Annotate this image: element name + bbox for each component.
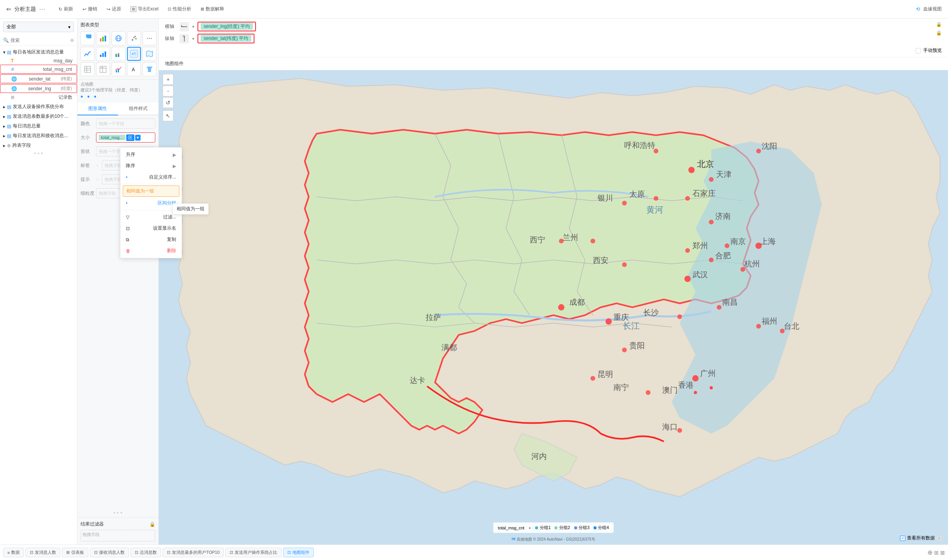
ctx-item-same-value-group[interactable]: 相同值为一组 [123,186,179,197]
axis-row-x: 横轴 ▾ sender_lng(经度) 平均 [165,22,930,31]
drag-handle[interactable]: • • • [0,150,77,156]
bottom-tab-total-msg[interactable]: ⊡ 总消息数 [131,548,161,557]
zoom-out-button[interactable]: - [163,86,173,96]
layout-icon-1[interactable]: ⊞ [934,550,939,556]
bottom-tab-data[interactable]: ≡ 数据 [3,548,24,557]
ctx-item-custom-sort[interactable]: • 自定义排序... [120,172,182,183]
middle-drag-handle[interactable]: • • • [77,508,158,517]
svg-text:兰州: 兰州 [563,233,578,242]
bottom-tab-senders[interactable]: ⊡ 发消息人数 [26,548,60,557]
svg-text:重庆: 重庆 [613,313,629,321]
chart-icon-combo[interactable] [112,62,125,76]
context-tooltip: 相同值为一组 [172,203,209,215]
tree-group-header-daily[interactable]: ▾ ▤ 每日各地区发送消息总量 [0,47,77,57]
add-icon[interactable]: ⊕ [70,38,74,43]
perf-analysis-button[interactable]: ⊡ 性能分析 [164,4,195,14]
redo-button[interactable]: ↪ 还原 [103,4,125,14]
y-axis-chip[interactable]: sender_lat(纬度) 平均 [198,34,254,43]
back-icon[interactable]: ⇐ [6,5,11,13]
add-tab-icon[interactable]: ⊕ [927,549,933,556]
filter-drop-zone[interactable]: 拖拽字段 [81,530,155,541]
svg-text:郑州: 郑州 [692,241,708,250]
tree-group-cross-field[interactable]: ▸ ⊕ 跨表字段 [0,141,77,150]
bottom-bar: ≡ 数据 ⊡ 发消息人数 ⊞ 仪表板 ⊡ 接收消息人数 ⊡ 总消息数 ⊡ 发消息… [0,545,948,560]
chart-icon-funnel[interactable] [143,62,156,76]
tree-child-sender-lat[interactable]: 🌐 sender_lat (纬度) [0,74,77,83]
results-filter: 结果过滤器 🔒 拖拽字段 [77,517,158,545]
more-icon[interactable]: ⋯ [39,5,45,13]
results-filter-label: 结果过滤器 [81,521,104,527]
tree-child-total-msg-cnt[interactable]: # total_msg_cnt [0,65,77,74]
reset-view-button[interactable]: ↺ [163,97,173,108]
search-icon: 🔍 [3,38,9,43]
search-input[interactable] [10,38,69,43]
bottom-tab-top10[interactable]: ⊡ 发消息最多的用户TOP10 [163,548,224,557]
chart-icon-more1[interactable] [143,31,156,45]
field-tabs: 图形属性 组件样式 [77,103,158,115]
tree-child-sender-lng[interactable]: 🌐 sender_lng (经度) [0,84,77,93]
legend-item-group4: 分组4 [593,525,609,531]
chart-icon-scatter[interactable] [127,31,141,45]
tree-group-daily-send-recv[interactable]: ▸ ▤ 每日发送消息和接收消息... [0,131,77,141]
tab-chart-properties[interactable]: 图形属性 [77,103,118,115]
svg-text:达卡: 达卡 [410,376,425,385]
svg-rect-26 [84,66,91,72]
bottom-tab-dashboard[interactable]: ⊞ 仪表板 [62,548,88,557]
tree-group-sender-device[interactable]: ▸ ▤ 发送人设备操作系统分布 [0,102,77,112]
export-excel-button[interactable]: ⊞ 导出Excel [127,4,162,14]
prop-value-color[interactable]: 拖拽一个字段 [96,119,155,129]
chart-icon-cross[interactable] [96,62,110,76]
chart-icon-stacked[interactable] [112,47,125,61]
chart-icon-line[interactable] [81,47,94,61]
bottom-tab-os[interactable]: ⊡ 发送用户操作系统占比 [225,548,282,557]
bottom-tab-map[interactable]: ⊡ 地图组件 [283,548,314,557]
ctx-item-copy[interactable]: ⧉ 复制 [120,234,182,245]
svg-text:南昌: 南昌 [722,298,738,306]
top-bar-right[interactable]: ⟲ 血缘视图 [916,6,942,12]
lock-icon-y: 🔒 [936,30,942,36]
chevron-right-icon-4: ▸ [3,133,5,139]
view-all-checkbox[interactable]: ✓ [900,536,905,541]
tree-child-records[interactable]: ⊞ 记录数 [0,93,77,102]
bottom-tab-receivers[interactable]: ⊡ 接收消息人数 [90,548,129,557]
chart-icon-bar-color[interactable] [96,31,110,45]
map-area: 北京 天津 沈阳 呼和浩特 石家庄 太原 济南 郑州 西安 兰州 银川 西宁 成… [159,70,948,545]
chart-icon-point-map[interactable] [127,47,141,61]
chart-icon-table[interactable] [81,62,94,76]
ctx-item-descending[interactable]: 降序 ▶ [120,160,182,172]
tree-child-msg-day[interactable]: T msg_day [0,57,77,65]
ctx-item-ascending[interactable]: 升序 ▶ [120,149,182,160]
legend-dot-1 [535,526,538,529]
svg-point-22 [132,53,134,55]
top-bar-actions: ↻ 刷新 ↩ 撤销 ↪ 还原 ⊞ 导出Excel ⊡ 性能分析 ⊠ 数据解释 [55,4,228,14]
prop-value-size[interactable]: total_msg... 区 ▾ [96,132,155,143]
undo-button[interactable]: ↩ 撤销 [79,4,101,14]
manual-preview-checkbox[interactable] [915,48,921,53]
refresh-button[interactable]: ↻ 刷新 [55,4,77,14]
prop-label-shape: 形状 [81,148,94,155]
tree-group-top10[interactable]: ▸ ▤ 发送消息条数最多的10个... [0,112,77,121]
sidebar-dropdown[interactable]: 全部 ▾ [3,22,74,32]
size-tag-btn[interactable]: 区 [126,134,134,141]
zoom-in-button[interactable]: + [163,74,173,85]
tab-component-style[interactable]: 组件样式 [118,103,159,115]
ctx-item-set-display-name[interactable]: ⊡ 设置显示名 [120,223,182,234]
svg-point-24 [135,54,136,55]
layout-icon-2[interactable]: ⊠ [940,550,945,556]
prop-label-hint: 提示 [81,176,94,183]
data-explain-button[interactable]: ⊠ 数据解释 [197,4,228,14]
chart-icon-globe[interactable] [112,31,125,45]
pointer-tool-button[interactable]: ↖ [163,110,173,121]
tree-group-daily-total[interactable]: ▸ ▤ 每日消息总量 [0,121,77,131]
copy-icon: ⧉ [126,237,129,242]
chart-icon-pie[interactable] [81,31,94,45]
size-dropdown-btn[interactable]: ▾ [135,135,141,141]
svg-text:河内: 河内 [531,452,547,460]
chart-icon-text[interactable]: A [127,62,141,76]
ctx-item-delete[interactable]: 🗑 删除 [120,245,182,256]
svg-rect-17 [115,54,117,55]
x-axis-chip[interactable]: sender_lng(经度) 平均 [198,22,256,31]
chart-icon-map2[interactable] [143,47,156,61]
chart-icon-bar[interactable] [96,47,110,61]
map-legend: total_msg_cnt • 分组1 分组2 分组3 分组4 [493,522,614,533]
